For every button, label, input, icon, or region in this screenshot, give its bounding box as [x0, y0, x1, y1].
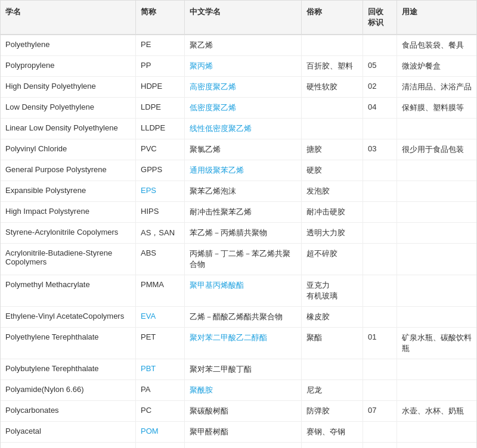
cell-xue: Polyphenyleneoxide [1, 443, 136, 449]
cell-yong [397, 160, 476, 181]
cell-jian: PA [136, 380, 185, 401]
cell-bie [302, 35, 363, 56]
cell-yong: 很少用于食品包装 [397, 139, 476, 160]
cell-jian: PC [136, 401, 185, 422]
cell-zhong: 丙烯腈－丁二烯－苯乙烯共聚合物 [185, 244, 302, 275]
cell-zhong[interactable]: 聚对苯二甲酸乙二醇酯 [185, 328, 302, 359]
cell-zhong: 苯乙烯－丙烯腈共聚物 [185, 223, 302, 244]
cell-jian[interactable]: PPO [136, 443, 185, 449]
cell-bie: 耐冲击硬胶 [302, 202, 363, 223]
cell-hui [363, 422, 397, 443]
table-row: PolyphenyleneoxidePPO聚苯醚Noryl [1, 443, 476, 449]
cell-zhong[interactable]: 聚丙烯 [185, 56, 302, 77]
table-body: PolyethylenePE聚乙烯食品包装袋、餐具PolypropylenePP… [1, 35, 476, 448]
cell-xue: Polypropylene [1, 56, 136, 77]
cell-bie: 超不碎胶 [302, 244, 363, 275]
cell-yong [397, 119, 476, 139]
col-header-hui: 回收 标识 [363, 1, 397, 35]
col-header-jian: 简称 [136, 1, 185, 35]
cell-zhong[interactable]: 高密度聚乙烯 [185, 77, 302, 98]
table-row: General Purpose PolystyreneGPPS通用级聚苯乙烯硬胶 [1, 160, 476, 181]
cell-zhong[interactable]: 低密度聚乙烯 [185, 98, 302, 119]
cell-xue: High Density Polyethylene [1, 77, 136, 98]
table-row: High Density PolyethyleneHDPE高密度聚乙烯硬性软胶0… [1, 77, 476, 98]
cell-zhong[interactable]: 通用级聚苯乙烯 [185, 160, 302, 181]
cell-hui: 02 [363, 77, 397, 98]
cell-yong: 食品包装袋、餐具 [397, 35, 476, 56]
cell-jian[interactable]: EPS [136, 181, 185, 202]
cell-zhong[interactable]: 聚酰胺 [185, 380, 302, 401]
cell-yong: 保鲜膜、塑料膜等 [397, 98, 476, 119]
cell-zhong[interactable]: 聚苯醚 [185, 443, 302, 449]
cell-jian: PP [136, 56, 185, 77]
cell-jian[interactable]: EVA [136, 307, 185, 328]
table-header-row: 学名 简称 中文学名 俗称 回收 标识 用途 [1, 1, 476, 35]
cell-zhong: 聚对苯二甲酸丁酯 [185, 359, 302, 380]
cell-xue: Polyamide(Nylon 6.66) [1, 380, 136, 401]
cell-xue: Styrene-Acrylonitrile Copolymers [1, 223, 136, 244]
cell-yong [397, 223, 476, 244]
cell-zhong: 乙烯－醋酸乙烯酯共聚合物 [185, 307, 302, 328]
cell-zhong[interactable]: 线性低密度聚乙烯 [185, 119, 302, 139]
cell-yong [397, 307, 476, 328]
cell-bie: 尼龙 [302, 380, 363, 401]
cell-yong: 水壶、水杯、奶瓶 [397, 401, 476, 422]
cell-bie: 搪胶 [302, 139, 363, 160]
cell-hui [363, 160, 397, 181]
table-row: Ethylene-Vinyl AcetateCopolymersEVA乙烯－醋酸… [1, 307, 476, 328]
table-row: High Impact PolystyreneHIPS耐冲击性聚苯乙烯耐冲击硬胶 [1, 202, 476, 223]
cell-hui [363, 380, 397, 401]
table-row: Polymethyl MethacrylatePMMA聚甲基丙烯酸酯亚克力 有机… [1, 275, 476, 307]
cell-hui [363, 275, 397, 307]
cell-yong [397, 380, 476, 401]
cell-bie: 发泡胶 [302, 181, 363, 202]
cell-jian: PMMA [136, 275, 185, 307]
cell-hui [363, 307, 397, 328]
cell-bie: 橡皮胶 [302, 307, 363, 328]
table-row: Low Density PolyethyleneLDPE低密度聚乙烯04保鲜膜、… [1, 98, 476, 119]
table-row: Styrene-Acrylonitrile CopolymersAS，SAN苯乙… [1, 223, 476, 244]
cell-hui: 04 [363, 98, 397, 119]
cell-jian: HIPS [136, 202, 185, 223]
cell-zhong: 聚乙烯 [185, 35, 302, 56]
main-table-container: 学名 简称 中文学名 俗称 回收 标识 用途 PolyethylenePE聚乙烯… [0, 0, 477, 448]
cell-zhong: 聚苯乙烯泡沫 [185, 181, 302, 202]
table-row: Linear Low Density PolyethyleneLLDPE线性低密… [1, 119, 476, 139]
cell-xue: Linear Low Density Polyethylene [1, 119, 136, 139]
cell-jian: LLDPE [136, 119, 185, 139]
plastics-table: 学名 简称 中文学名 俗称 回收 标识 用途 PolyethylenePE聚乙烯… [1, 1, 476, 448]
cell-bie: 赛钢、夺钢 [302, 422, 363, 443]
table-row: Polyamide(Nylon 6.66)PA聚酰胺尼龙 [1, 380, 476, 401]
cell-hui [363, 244, 397, 275]
cell-xue: General Purpose Polystyrene [1, 160, 136, 181]
cell-hui [363, 443, 397, 449]
table-row: PolycarbonatesPC聚碳酸树酯防弹胶07水壶、水杯、奶瓶 [1, 401, 476, 422]
cell-zhong: 耐冲击性聚苯乙烯 [185, 202, 302, 223]
cell-jian: GPPS [136, 160, 185, 181]
cell-hui [363, 202, 397, 223]
cell-zhong[interactable]: 聚甲基丙烯酸酯 [185, 275, 302, 307]
cell-jian[interactable]: PBT [136, 359, 185, 380]
table-row: Polybutylene TerephthalatePBT聚对苯二甲酸丁酯 [1, 359, 476, 380]
cell-hui [363, 35, 397, 56]
cell-xue: Polyvinyl Chloride [1, 139, 136, 160]
col-header-yong: 用途 [397, 1, 476, 35]
cell-hui: 05 [363, 56, 397, 77]
cell-jian[interactable]: POM [136, 422, 185, 443]
cell-xue: Polybutylene Terephthalate [1, 359, 136, 380]
table-row: Polyvinyl ChloridePVC聚氯乙烯搪胶03很少用于食品包装 [1, 139, 476, 160]
table-row: Polyethylene TerephthalatePET聚对苯二甲酸乙二醇酯聚… [1, 328, 476, 359]
cell-xue: Expansible Polystyrene [1, 181, 136, 202]
cell-bie: 硬性软胶 [302, 77, 363, 98]
cell-xue: Polyacetal [1, 422, 136, 443]
cell-yong [397, 359, 476, 380]
col-header-zhong: 中文学名 [185, 1, 302, 35]
table-row: Acrylonitrile-Butadiene-Styrene Copolyme… [1, 244, 476, 275]
cell-jian: LDPE [136, 98, 185, 119]
cell-hui: 07 [363, 401, 397, 422]
table-row: PolypropylenePP聚丙烯百折胶、塑料05微波炉餐盒 [1, 56, 476, 77]
cell-yong [397, 244, 476, 275]
cell-yong [397, 443, 476, 449]
cell-bie: 透明大力胶 [302, 223, 363, 244]
table-row: PolyethylenePE聚乙烯食品包装袋、餐具 [1, 35, 476, 56]
